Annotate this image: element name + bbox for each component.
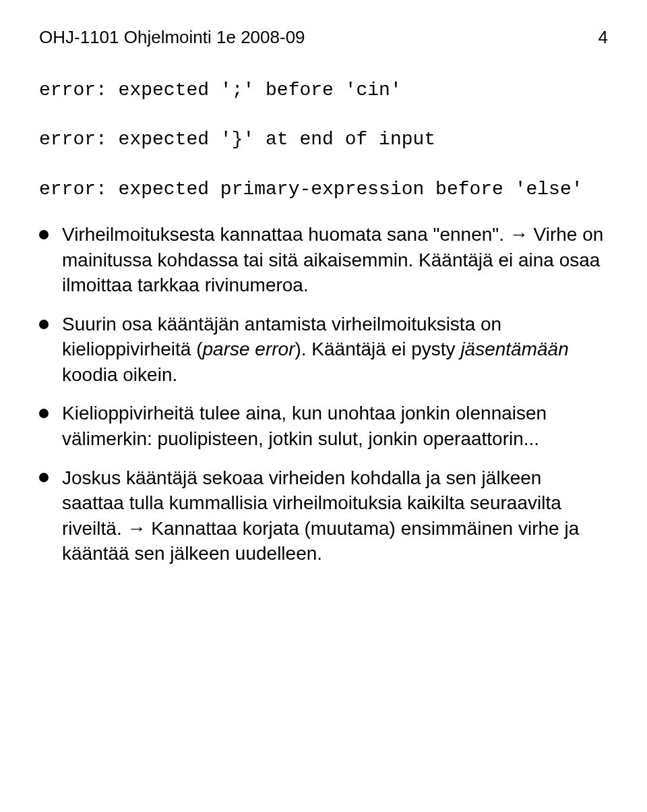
text: koodia oikein.	[62, 364, 177, 385]
page-number: 4	[598, 26, 608, 49]
text: Virheilmoituksesta kannattaa huomata san…	[62, 224, 510, 245]
bullet-item-3: Kielioppivirheitä tulee aina, kun unohta…	[39, 401, 608, 451]
error-line-3: error: expected primary-expression befor…	[39, 177, 608, 202]
document-page: OHJ-1101 Ohjelmointi 1e 2008-09 4 error:…	[0, 0, 647, 812]
italic-text: jäsentämään	[460, 339, 568, 359]
italic-text: parse error	[203, 339, 295, 359]
bullet-item-2: Suurin osa kääntäjän antamista virheilmo…	[39, 312, 608, 388]
error-line-1: error: expected ';' before 'cin'	[39, 78, 608, 103]
course-title: OHJ-1101 Ohjelmointi 1e 2008-09	[39, 26, 305, 49]
arrow-icon: →	[510, 224, 528, 245]
bullet-list: Virheilmoituksesta kannattaa huomata san…	[39, 222, 608, 566]
bullet-item-1: Virheilmoituksesta kannattaa huomata san…	[39, 222, 608, 298]
error-line-2: error: expected '}' at end of input	[39, 127, 608, 152]
bullet-item-4: Joskus kääntäjä sekoaa virheiden kohdall…	[39, 465, 608, 567]
text: ). Kääntäjä ei pysty	[295, 339, 460, 359]
page-header: OHJ-1101 Ohjelmointi 1e 2008-09 4	[39, 26, 608, 49]
arrow-icon: →	[127, 518, 146, 539]
text: Kielioppivirheitä tulee aina, kun unohta…	[62, 403, 547, 449]
